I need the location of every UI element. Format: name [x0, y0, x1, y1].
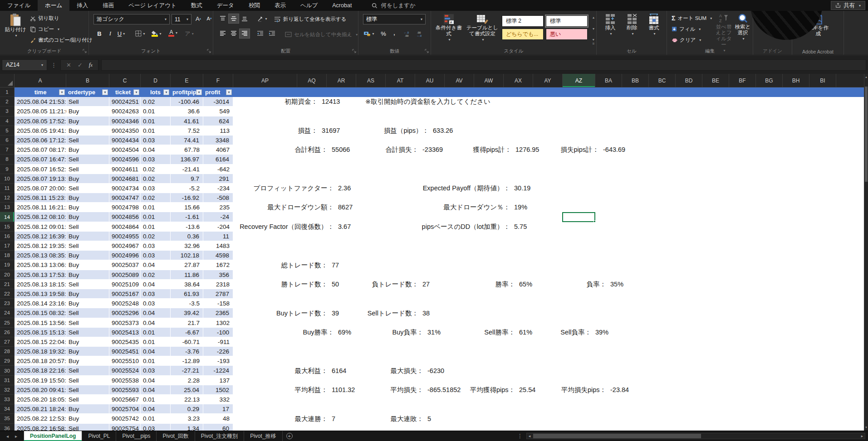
filter-button[interactable]: ▾	[226, 89, 232, 95]
row-header-36[interactable]: 36	[0, 424, 15, 431]
dialog-launcher-icon[interactable]	[352, 49, 357, 53]
filter-button[interactable]: ▾	[133, 89, 139, 95]
merge-center-button[interactable]: セルを結合して中央揃え ▾	[285, 30, 358, 39]
row-header-29[interactable]: 29	[0, 356, 15, 366]
table-row[interactable]: 2025.08.12 08:10:19Buy900248560.01-1.61-…	[15, 212, 864, 222]
row-header-12[interactable]: 12	[0, 193, 15, 203]
table-row[interactable]: 2025.08.12 16:39:55Buy900249550.020.3611	[15, 232, 864, 241]
gallery-more-icon[interactable]: ▾≡	[593, 38, 595, 46]
copy-button[interactable]: コピー ▾	[30, 24, 59, 34]
select-all-corner[interactable]	[0, 74, 15, 87]
table-row[interactable]: 2025.08.12 19:35:29Sell900249670.0332.96…	[15, 241, 864, 251]
table-row[interactable]: 2025.08.11 15:23:29Buy900247470.02-16.92…	[15, 193, 864, 203]
stat-cell[interactable]: Sellトレード数：38	[300, 309, 430, 318]
stat-cell[interactable]: Sell負率：39%	[473, 328, 608, 337]
shrink-font-button[interactable]: A▾	[204, 14, 214, 23]
fill-color-button[interactable]: ▾	[150, 29, 163, 38]
accounting-format-button[interactable]: ▾	[362, 29, 376, 38]
row-header-16[interactable]: 16	[0, 232, 15, 241]
column-header-AV[interactable]: AV	[445, 74, 474, 87]
tabbar-kebab-icon[interactable]: ⋮	[517, 431, 523, 441]
column-header-A[interactable]: A	[15, 74, 66, 87]
name-box[interactable]: AZ14 ▾	[2, 59, 47, 71]
filter-button[interactable]: ▾	[102, 89, 108, 95]
row-header-25[interactable]: 25	[0, 318, 15, 328]
filter-button[interactable]: ▾	[59, 89, 65, 95]
sheet-tab-Pivot_注文種別[interactable]: Pivot_注文種別	[195, 431, 244, 441]
tell-me-search[interactable]: 何をしますか	[372, 0, 415, 11]
vertical-scroll-thumb[interactable]	[865, 87, 868, 182]
table-row[interactable]: 2025.08.07 16:47:47Sell900245960.03136.9…	[15, 155, 864, 164]
decrease-indent-button[interactable]	[255, 29, 265, 38]
table-row[interactable]: 2025.08.05 17:52:09Buy900243460.0141.616…	[15, 116, 864, 126]
delete-cells-button[interactable]: 削除 ▾	[623, 13, 641, 37]
row-header-31[interactable]: 31	[0, 376, 15, 385]
menu-tab-挿入[interactable]: 挿入	[69, 0, 95, 11]
cells-area[interactable]: time▾ordertype▾ticket▾lots▾profitpips▾pr…	[15, 87, 864, 431]
style-gallery-item[interactable]: 悪い	[546, 29, 588, 40]
row-header-4[interactable]: 4	[0, 116, 15, 126]
table-row[interactable]: 2025.08.15 08:32:21Sell900252960.0439.42…	[15, 308, 864, 318]
increase-indent-button[interactable]	[267, 29, 277, 38]
italic-button[interactable]: I	[105, 29, 115, 38]
row-header-13[interactable]: 13	[0, 203, 15, 212]
row-header-10[interactable]: 10	[0, 174, 15, 184]
row-header-8[interactable]: 8	[0, 155, 15, 164]
scroll-right-icon[interactable]: ▸	[859, 433, 865, 439]
menu-tab-Acrobat[interactable]: Acrobat	[325, 0, 359, 11]
table-row[interactable]: 2025.08.13 19:58:49Buy900251670.0361.932…	[15, 289, 864, 299]
sort-filter-button[interactable]: AZ 並べ替えとフィルター ▾	[714, 13, 733, 53]
filter-button[interactable]: ▾	[196, 89, 202, 95]
align-center-button[interactable]	[229, 29, 239, 38]
column-header-BB[interactable]: BB	[622, 74, 649, 87]
active-cell-selection[interactable]	[562, 212, 595, 222]
row-header-24[interactable]: 24	[0, 308, 15, 318]
stat-cell[interactable]: pipsベースのDD（lot加重）：5.75	[392, 222, 527, 232]
stat-cell[interactable]: 最大連敗：5	[305, 414, 431, 424]
enter-icon[interactable]: ✓	[78, 62, 83, 68]
menu-tab-数式[interactable]: 数式	[184, 0, 210, 11]
new-sheet-button[interactable]: +	[283, 431, 296, 441]
autosum-button[interactable]: Σ オート SUM ▾	[672, 14, 712, 23]
cancel-icon[interactable]: ✕	[66, 62, 71, 68]
find-select-button[interactable]: 検索と選択 ▾	[734, 13, 751, 42]
orientation-button[interactable]: ▾	[255, 14, 270, 23]
column-header-BG[interactable]: BG	[756, 74, 783, 87]
decrease-decimal-button[interactable]: .00→.0	[415, 29, 427, 38]
column-header-AP[interactable]: AP	[233, 74, 297, 87]
row-header-30[interactable]: 30	[0, 366, 15, 375]
font-size-select[interactable]: 11 ▾	[172, 14, 191, 24]
sheet-tab-Pivot_回数[interactable]: Pivot_回数	[157, 431, 195, 441]
table-row[interactable]: 2025.08.06 17:12:23Sell900244340.0374.41…	[15, 136, 864, 145]
row-header-15[interactable]: 15	[0, 222, 15, 232]
column-header-AS[interactable]: AS	[356, 74, 386, 87]
column-header-BH[interactable]: BH	[783, 74, 809, 87]
stat-cell[interactable]: 最大ドローダウン額：8627	[216, 203, 353, 212]
column-header-C[interactable]: C	[109, 74, 141, 87]
menu-tab-校閲[interactable]: 校閲	[241, 0, 267, 11]
align-left-button[interactable]	[218, 29, 228, 38]
column-header-AU[interactable]: AU	[415, 74, 445, 87]
column-header-BC[interactable]: BC	[649, 74, 676, 87]
row-header-1[interactable]: 1	[0, 87, 15, 97]
table-row[interactable]: 2025.08.15 13:56:29Sell900253730.0421.71…	[15, 318, 864, 328]
row-header-27[interactable]: 27	[0, 337, 15, 347]
column-header-B[interactable]: B	[66, 74, 109, 87]
stat-cell[interactable]: プロフィットファクター：2.36	[216, 184, 351, 193]
menu-tab-ホーム[interactable]: ホーム	[38, 0, 69, 11]
table-row[interactable]: 2025.08.05 11:21:01Buy900242630.0136.654…	[15, 107, 864, 116]
stat-cell[interactable]: 最大損失：-6230	[305, 366, 444, 376]
menu-tab-ヘルプ[interactable]: ヘルプ	[293, 0, 325, 11]
dialog-launcher-icon[interactable]	[83, 49, 87, 53]
column-header-AY[interactable]: AY	[533, 74, 563, 87]
column-header-E[interactable]: E	[171, 74, 203, 87]
comma-style-button[interactable]: ,	[389, 28, 399, 37]
format-as-table-button[interactable]: テーブルとして書式設定 ▾	[466, 13, 499, 43]
column-header-BA[interactable]: BA	[595, 74, 622, 87]
column-header-F[interactable]: F	[203, 74, 233, 87]
menu-tab-描画[interactable]: 描画	[95, 0, 121, 11]
sheet-tab-Pivot_推移[interactable]: Pivot_推移	[244, 431, 282, 441]
stat-cell[interactable]: 最大ドローダウン％：19%	[392, 203, 527, 212]
align-top-button[interactable]	[218, 14, 228, 23]
table-row[interactable]: 2025.08.22 16:58:37Sell900257540.031.346…	[15, 424, 864, 431]
